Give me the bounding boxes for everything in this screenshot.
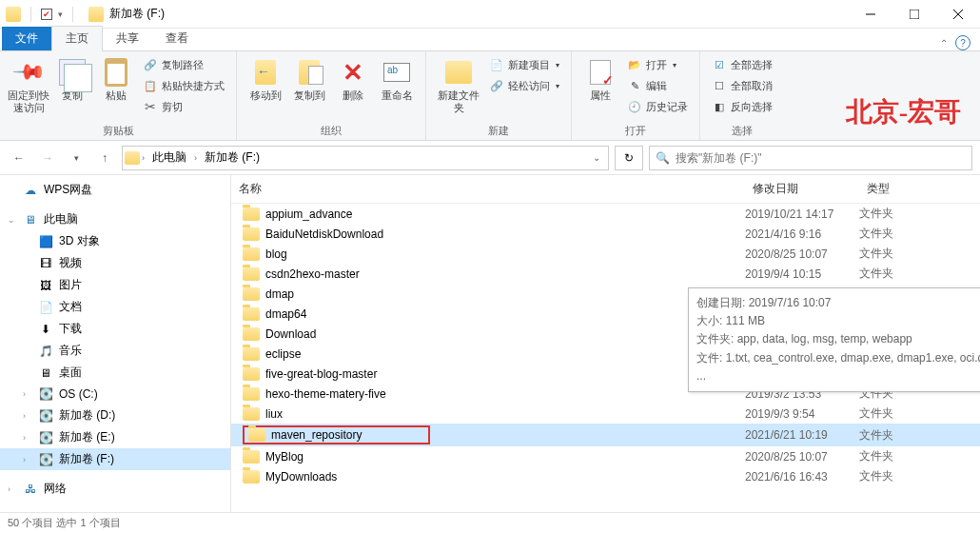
select-all-button[interactable]: ☑全部选择 — [708, 55, 776, 74]
easy-access-button[interactable]: 🔗轻松访问▾ — [485, 76, 563, 95]
watermark: 北京-宏哥 — [846, 94, 961, 130]
cut-label: 剪切 — [162, 100, 183, 114]
breadcrumb-this-pc[interactable]: 此电脑 — [147, 147, 192, 169]
qat-dropdown[interactable]: ▾ — [58, 10, 63, 19]
window-title: 新加卷 (F:) — [109, 6, 165, 22]
list-item[interactable]: MyBlog2020/8/25 10:07文件夹 — [231, 446, 980, 466]
list-item[interactable]: BaiduNetdiskDownload2021/4/16 9:16文件夹 — [231, 224, 980, 244]
tooltip-line: 大小: 111 MB — [696, 312, 980, 330]
address-bar[interactable]: › 此电脑 › 新加卷 (F:) ⌄ — [122, 146, 609, 170]
invert-select-button[interactable]: ◧反向选择 — [708, 97, 776, 116]
list-item[interactable]: blog2020/8/25 10:07文件夹 — [231, 244, 980, 264]
folder-icon — [248, 428, 265, 442]
sidebar-item-wps[interactable]: ☁WPS网盘 — [0, 179, 230, 201]
list-item[interactable]: maven_repository2021/6/21 10:19文件夹 — [231, 424, 980, 446]
chevron-right-icon[interactable]: › — [194, 153, 197, 163]
file-type: 文件夹 — [859, 405, 954, 422]
minimize-ribbon-icon[interactable]: ⌃ — [940, 38, 948, 49]
address-dropdown[interactable]: ⌄ — [587, 152, 606, 163]
list-item[interactable]: MyDownloads2021/6/16 16:43文件夹 — [231, 466, 980, 486]
tab-view[interactable]: 查看 — [152, 27, 202, 50]
column-type[interactable]: 类型 — [859, 175, 954, 203]
group-select: ☑全部选择 ☐全部取消 ◧反向选择 选择 — [700, 51, 784, 140]
copy-path-button[interactable]: 🔗复制路径 — [139, 55, 228, 74]
copy-button[interactable]: 复制 — [51, 55, 93, 104]
sidebar-item[interactable]: ›💽新加卷 (D:) — [0, 405, 230, 426]
sidebar-item[interactable]: 📄文档 — [0, 296, 230, 318]
sidebar-item[interactable]: ›💽新加卷 (E:) — [0, 426, 230, 448]
sidebar-item-label: 文档 — [59, 299, 82, 315]
folder-icon — [125, 151, 140, 165]
file-name: MyBlog — [265, 450, 304, 464]
folder-icon — [243, 267, 260, 281]
new-folder-button[interactable]: 新建文件夹 — [434, 55, 483, 116]
forward-button[interactable]: → — [36, 147, 59, 169]
up-button[interactable]: ↑ — [93, 147, 116, 169]
sidebar-item[interactable]: ›💽OS (C:) — [0, 384, 230, 405]
folder-icon — [243, 247, 260, 261]
sidebar-item-network[interactable]: ›🖧网络 — [0, 478, 230, 500]
history-label: 历史记录 — [646, 100, 688, 114]
delete-button[interactable]: ✕删除 — [332, 55, 374, 104]
search-icon: 🔍 — [656, 151, 670, 165]
copy-to-button[interactable]: 复制到 — [288, 55, 330, 104]
select-all-label: 全部选择 — [731, 58, 773, 72]
tooltip-line: 创建日期: 2019/7/16 10:07 — [696, 294, 980, 312]
recent-dropdown[interactable]: ▾ — [65, 147, 88, 169]
rename-button[interactable]: 重命名 — [376, 55, 418, 104]
help-icon[interactable]: ? — [955, 35, 970, 50]
column-name[interactable]: 名称 — [231, 175, 745, 203]
sidebar-item[interactable]: ⬇下载 — [0, 318, 230, 340]
refresh-button[interactable]: ↻ — [615, 146, 643, 170]
edit-button[interactable]: ✎编辑 — [623, 76, 692, 95]
file-date: 2020/8/25 10:07 — [745, 450, 859, 464]
list-item[interactable]: appium_advance2019/10/21 14:17文件夹 — [231, 204, 980, 224]
sidebar-item[interactable]: 🖥桌面 — [0, 362, 230, 384]
tab-file[interactable]: 文件 — [2, 27, 51, 50]
rename-label: 重命名 — [382, 89, 413, 102]
breadcrumb-drive[interactable]: 新加卷 (F:) — [199, 147, 265, 169]
sidebar-item[interactable]: 🎵音乐 — [0, 340, 230, 362]
group-clipboard: 📌固定到快速访问 复制 粘贴 🔗复制路径 📋粘贴快捷方式 ✂剪切 剪贴板 — [0, 51, 237, 140]
properties-button[interactable]: 属性 — [579, 55, 621, 104]
sidebar-item[interactable]: 🟦3D 对象 — [0, 230, 230, 252]
group-open: 属性 📂打开▾ ✎编辑 🕘历史记录 打开 — [572, 51, 700, 140]
search-input[interactable] — [676, 151, 966, 165]
list-item[interactable]: liux2019/9/3 9:54文件夹 — [231, 404, 980, 424]
folder-icon — [243, 227, 260, 241]
tab-home[interactable]: 主页 — [51, 26, 103, 51]
pin-button[interactable]: 📌固定到快速访问 — [8, 55, 49, 116]
folder-icon — [243, 387, 260, 401]
move-to-button[interactable]: 移动到 — [245, 55, 286, 104]
column-date[interactable]: 修改日期 — [745, 175, 859, 203]
sidebar-item-label: 新加卷 (E:) — [59, 429, 115, 445]
close-button[interactable] — [936, 0, 980, 29]
select-none-button[interactable]: ☐全部取消 — [708, 76, 776, 95]
tooltip-line: 文件: 1.txt, cea_control.exe, dmap.exe, dm… — [696, 349, 980, 385]
checkbox-icon[interactable]: ✔ — [41, 9, 52, 20]
cut-button[interactable]: ✂剪切 — [139, 97, 228, 116]
history-button[interactable]: 🕘历史记录 — [623, 97, 692, 116]
sidebar-item[interactable]: 🎞视频 — [0, 252, 230, 274]
file-type: 文件夹 — [859, 427, 954, 444]
list-item[interactable]: csdn2hexo-master2019/9/4 10:15文件夹 — [231, 264, 980, 284]
paste-button[interactable]: 粘贴 — [95, 55, 137, 104]
group-open-label: 打开 — [579, 122, 692, 138]
back-button[interactable]: ← — [8, 147, 30, 169]
paste-shortcut-button[interactable]: 📋粘贴快捷方式 — [139, 76, 228, 95]
new-item-button[interactable]: 📄新建项目▾ — [485, 55, 563, 74]
search-box[interactable]: 🔍 — [649, 146, 972, 170]
tab-share[interactable]: 共享 — [103, 27, 152, 50]
copy-to-label: 复制到 — [294, 89, 325, 102]
folder-icon — [243, 450, 260, 464]
minimize-button[interactable] — [849, 0, 892, 29]
sidebar-item[interactable]: 🖼图片 — [0, 274, 230, 296]
sidebar-item-label: OS (C:) — [59, 387, 98, 401]
sidebar-item-label: 新加卷 (D:) — [59, 407, 115, 424]
open-button[interactable]: 📂打开▾ — [623, 55, 692, 74]
chevron-right-icon[interactable]: › — [142, 153, 145, 163]
file-type: 文件夹 — [859, 266, 954, 282]
maximize-button[interactable] — [892, 0, 936, 29]
sidebar-item-this-pc[interactable]: ⌄🖥此电脑 — [0, 208, 230, 230]
sidebar-item[interactable]: ›💽新加卷 (F:) — [0, 448, 230, 470]
